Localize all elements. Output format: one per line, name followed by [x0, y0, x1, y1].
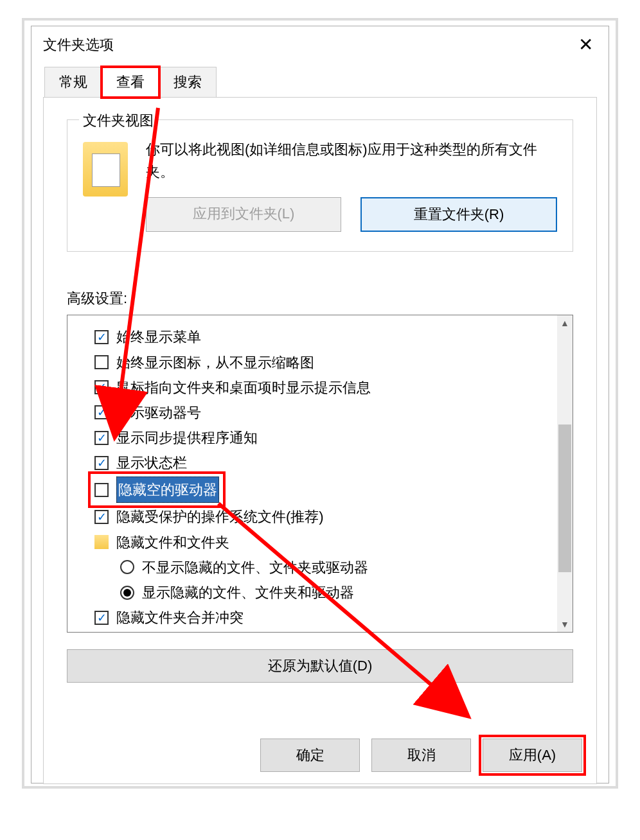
checkbox-icon[interactable]: ✓ — [94, 380, 109, 394]
folder-view-description: 你可以将此视图(如详细信息或图标)应用于这种类型的所有文件夹。 — [146, 138, 557, 183]
restore-defaults-button[interactable]: 还原为默认值(D) — [67, 649, 573, 683]
tab-general[interactable]: 常规 — [44, 67, 102, 98]
list-item[interactable]: ✓显示同步提供程序通知 — [94, 425, 566, 450]
list-item-label: 显示状态栏 — [116, 450, 187, 475]
list-item[interactable]: 隐藏文件和文件夹 — [94, 530, 566, 555]
checkbox-icon[interactable]: ✓ — [94, 611, 109, 625]
list-item-label: 隐藏已知文件类型的扩展名 — [116, 630, 286, 633]
scroll-up-icon[interactable]: ▲ — [557, 315, 573, 331]
list-item-label: 始终显示图标，从不显示缩略图 — [116, 350, 314, 375]
tab-view[interactable]: 查看 — [102, 67, 159, 98]
list-item[interactable]: ✓隐藏受保护的操作系统文件(推荐) — [94, 504, 566, 529]
list-item-label: 显示同步提供程序通知 — [116, 425, 258, 450]
list-item[interactable]: ✓始终显示菜单 — [94, 324, 566, 349]
list-item-label: 显示驱动器号 — [116, 400, 201, 425]
scroll-down-icon[interactable]: ▼ — [557, 617, 573, 632]
list-item[interactable]: ✓鼠标指向文件夹和桌面项时显示提示信息 — [94, 375, 566, 400]
checkbox-icon[interactable]: ✓ — [94, 405, 109, 419]
list-item-label: 隐藏空的驱动器 — [116, 477, 219, 503]
advanced-settings-list[interactable]: ✓始终显示菜单始终显示图标，从不显示缩略图✓鼠标指向文件夹和桌面项时显示提示信息… — [67, 315, 573, 633]
tab-search[interactable]: 搜索 — [159, 67, 217, 98]
checkbox-icon[interactable] — [94, 355, 109, 369]
checkbox-icon[interactable]: ✓ — [94, 431, 109, 445]
list-item[interactable]: 始终显示图标，从不显示缩略图 — [94, 350, 566, 375]
list-item-label: 隐藏受保护的操作系统文件(推荐) — [116, 504, 324, 529]
folder-small-icon — [94, 535, 109, 549]
checkbox-icon[interactable]: ✓ — [94, 456, 109, 470]
list-item[interactable]: ✓显示状态栏 — [94, 450, 566, 475]
scroll-thumb[interactable] — [558, 424, 571, 572]
list-item-label: 隐藏文件夹合并冲突 — [116, 605, 244, 630]
reset-folders-button[interactable]: 重置文件夹(R) — [360, 197, 557, 232]
list-item-label: 显示隐藏的文件、文件夹和驱动器 — [142, 580, 354, 605]
list-item[interactable]: 隐藏空的驱动器 — [92, 475, 222, 504]
tab-body: 文件夹视图 你可以将此视图(如详细信息或图标)应用于这种类型的所有文件夹。 应用… — [43, 97, 597, 784]
group-title: 文件夹视图 — [79, 111, 157, 130]
checkbox-icon[interactable]: ✓ — [94, 330, 109, 344]
list-item[interactable]: 隐藏已知文件类型的扩展名 — [94, 630, 566, 633]
apply-to-folders-button: 应用到文件夹(L) — [146, 197, 341, 232]
list-item-label: 鼠标指向文件夹和桌面项时显示提示信息 — [116, 375, 371, 400]
checkbox-icon[interactable]: ✓ — [94, 510, 109, 524]
radio-icon[interactable] — [120, 586, 134, 600]
folder-icon — [83, 142, 128, 197]
ok-button[interactable]: 确定 — [260, 739, 360, 772]
list-item[interactable]: ✓显示驱动器号 — [94, 400, 566, 425]
folder-view-group: 文件夹视图 你可以将此视图(如详细信息或图标)应用于这种类型的所有文件夹。 应用… — [67, 119, 573, 252]
list-item-label: 始终显示菜单 — [116, 324, 201, 349]
title-bar: 文件夹选项 ✕ — [31, 26, 609, 67]
radio-icon[interactable] — [120, 560, 134, 574]
list-item[interactable]: 不显示隐藏的文件、文件夹或驱动器 — [94, 555, 566, 580]
close-icon[interactable]: ✕ — [574, 34, 597, 55]
apply-button[interactable]: 应用(A) — [483, 739, 582, 772]
list-item-label: 隐藏文件和文件夹 — [116, 530, 229, 555]
advanced-settings-label: 高级设置: — [67, 289, 573, 308]
tabs: 常规 查看 搜索 — [31, 67, 609, 98]
list-item-label: 不显示隐藏的文件、文件夹或驱动器 — [142, 555, 368, 580]
dialog-title: 文件夹选项 — [43, 35, 114, 55]
folder-options-dialog: 文件夹选项 ✕ 常规 查看 搜索 文件夹视图 你可以将此视图(如详细信息或图标)… — [31, 26, 609, 783]
cancel-button[interactable]: 取消 — [371, 739, 471, 772]
scrollbar[interactable]: ▲ ▼ — [557, 315, 573, 632]
list-item[interactable]: 显示隐藏的文件、文件夹和驱动器 — [94, 580, 566, 605]
checkbox-icon[interactable] — [94, 483, 109, 497]
list-item[interactable]: ✓隐藏文件夹合并冲突 — [94, 605, 566, 630]
